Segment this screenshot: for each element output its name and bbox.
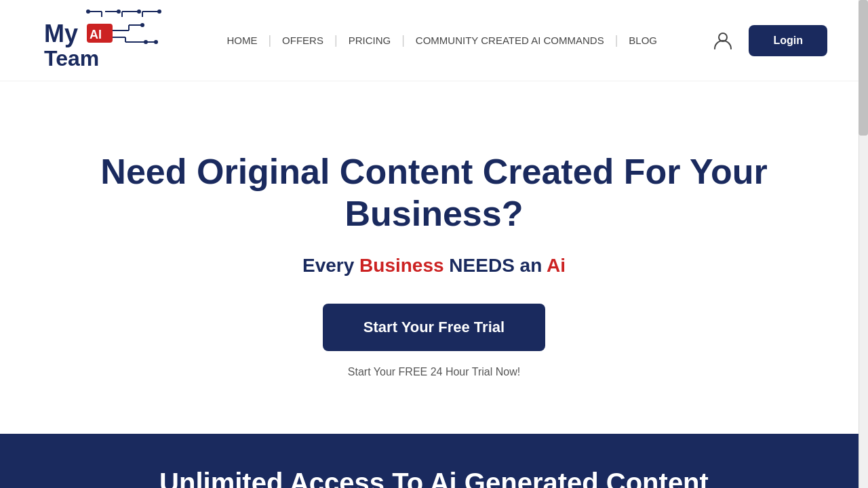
subtitle-mid: NEEDS an	[444, 255, 547, 276]
nav-community[interactable]: COMMUNITY CREATED AI COMMANDS	[405, 35, 615, 46]
subtitle-pre: Every	[302, 255, 359, 276]
page-wrapper: My AI Team HOME |	[0, 0, 868, 488]
footer-section: Unlimited Access To Ai Generated Content	[0, 434, 868, 488]
hero-section: Need Original Content Created For Your B…	[0, 81, 868, 434]
svg-point-7	[157, 9, 161, 14]
hero-title: Need Original Content Created For Your B…	[41, 150, 827, 235]
nav-home[interactable]: HOME	[216, 35, 268, 46]
svg-point-24	[154, 40, 158, 44]
nav-pricing[interactable]: PRICING	[338, 35, 402, 46]
logo[interactable]: My AI Team	[41, 5, 173, 76]
navbar: My AI Team HOME |	[0, 0, 868, 81]
svg-text:Team: Team	[44, 46, 99, 70]
subtitle-business: Business	[359, 255, 444, 276]
svg-text:My: My	[44, 20, 78, 47]
nav-right: Login	[711, 25, 827, 56]
nav-links: HOME | OFFERS | PRICING | COMMUNITY CREA…	[216, 33, 668, 47]
nav-offers[interactable]: OFFERS	[271, 35, 334, 46]
cta-subtext: Start Your FREE 24 Hour Trial Now!	[348, 366, 520, 378]
svg-point-18	[140, 23, 144, 27]
user-icon[interactable]	[711, 28, 735, 53]
hero-subtitle: Every Business NEEDS an Ai	[302, 255, 566, 277]
svg-text:AI: AI	[90, 28, 102, 41]
scrollbar-thumb[interactable]	[859, 0, 868, 136]
svg-point-5	[137, 9, 141, 14]
login-button[interactable]: Login	[749, 25, 827, 56]
svg-point-1	[86, 9, 90, 14]
scrollbar-track[interactable]	[859, 0, 868, 488]
nav-blog[interactable]: BLOG	[618, 35, 668, 46]
svg-point-3	[117, 9, 121, 14]
footer-title: Unlimited Access To Ai Generated Content	[41, 468, 827, 488]
cta-button[interactable]: Start Your Free Trial	[323, 304, 545, 351]
subtitle-ai: Ai	[547, 255, 566, 276]
